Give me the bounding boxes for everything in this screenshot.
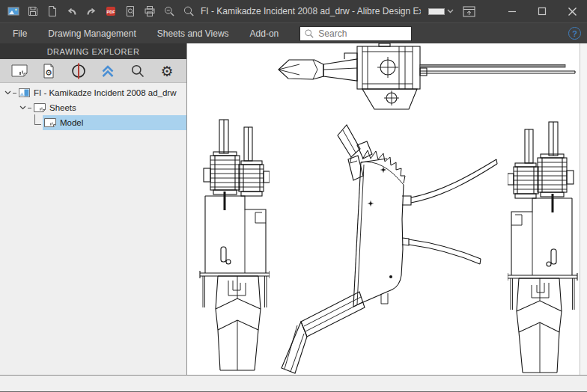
color-swatch bbox=[428, 8, 445, 15]
tree-item-model[interactable]: Model bbox=[0, 115, 186, 130]
explorer-toolbar: ⚙ ⚙ bbox=[0, 59, 186, 83]
menu-bar: File Drawing Management Sheets and Views… bbox=[0, 22, 587, 43]
minimize-button[interactable] bbox=[497, 0, 527, 22]
menu-add-on[interactable]: Add-on bbox=[240, 23, 290, 44]
svg-text:⚙: ⚙ bbox=[161, 63, 174, 79]
redo-icon[interactable] bbox=[85, 5, 97, 18]
export-pdf-icon[interactable]: PDF bbox=[104, 5, 117, 18]
tree-item-label: FI - Kamikadze Incident 2008 ad_drw bbox=[34, 88, 177, 97]
window-controls bbox=[454, 0, 587, 22]
print-preview-icon[interactable] bbox=[124, 5, 136, 18]
selected-tree-item[interactable]: Model bbox=[43, 115, 186, 130]
status-bar bbox=[0, 375, 587, 392]
search-icon bbox=[304, 28, 314, 39]
close-button[interactable] bbox=[557, 0, 587, 22]
sheet-properties-icon[interactable]: ⚙ bbox=[40, 63, 58, 79]
search-input[interactable] bbox=[299, 26, 412, 41]
new-sheet-icon[interactable] bbox=[10, 63, 28, 79]
undo-icon[interactable] bbox=[65, 5, 78, 18]
svg-text:PDF: PDF bbox=[106, 10, 115, 14]
help-icon[interactable]: ? bbox=[568, 27, 581, 40]
new-document-icon[interactable] bbox=[46, 5, 58, 18]
tree-item-label: Model bbox=[60, 118, 83, 127]
menu-drawing-management[interactable]: Drawing Management bbox=[37, 23, 146, 44]
drawing-explorer-tree: FI - Kamikadze Incident 2008 ad_drw Shee… bbox=[0, 83, 186, 130]
chevron-down-icon[interactable] bbox=[19, 105, 26, 110]
right-side-view[interactable] bbox=[508, 117, 586, 375]
chevron-down-icon[interactable] bbox=[4, 91, 11, 95]
sheet-icon bbox=[44, 118, 56, 127]
app-window: PDF FI - Kamikadze Incident 2008 ad_drw … bbox=[0, 0, 587, 392]
svg-text:⚙: ⚙ bbox=[45, 67, 52, 76]
print-icon[interactable] bbox=[143, 5, 156, 18]
drawing-canvas[interactable] bbox=[187, 43, 587, 375]
section-view-icon[interactable] bbox=[70, 63, 88, 79]
drawing-file-icon bbox=[19, 88, 30, 97]
quick-access-toolbar: PDF bbox=[0, 5, 195, 18]
color-swatch-dropdown[interactable] bbox=[428, 8, 454, 15]
tree-item-sheets[interactable]: Sheets bbox=[0, 100, 186, 115]
front-view[interactable] bbox=[273, 122, 505, 375]
tree-item-label: Sheets bbox=[49, 103, 76, 112]
save-icon[interactable] bbox=[26, 5, 39, 18]
drawing-explorer-panel: DRAWING EXPLORER ⚙ ⚙ bbox=[0, 43, 187, 375]
tree-elbow-connector bbox=[34, 114, 41, 125]
search-box bbox=[299, 26, 412, 41]
settings-gear-icon[interactable]: ⚙ bbox=[158, 63, 176, 79]
collapse-all-icon[interactable] bbox=[99, 63, 117, 79]
top-view[interactable] bbox=[270, 43, 584, 114]
search-tool-icon[interactable] bbox=[182, 5, 195, 18]
find-icon[interactable] bbox=[129, 63, 147, 79]
explorer-header: DRAWING EXPLORER bbox=[0, 43, 186, 59]
menu-sheets-and-views[interactable]: Sheets and Views bbox=[147, 23, 240, 44]
window-title: FI - Kamikadze Incident 2008 ad_drw - Al… bbox=[201, 6, 421, 16]
tree-item-root[interactable]: FI - Kamikadze Incident 2008 ad_drw bbox=[0, 85, 186, 100]
zoom-tool-icon[interactable] bbox=[162, 5, 175, 18]
left-side-view[interactable] bbox=[191, 114, 270, 375]
maximize-button[interactable] bbox=[527, 0, 557, 22]
title-bar: PDF FI - Kamikadze Incident 2008 ad_drw … bbox=[0, 0, 587, 22]
app-logo-icon[interactable] bbox=[7, 5, 19, 18]
chevron-down-icon bbox=[447, 9, 454, 13]
sheet-icon bbox=[34, 103, 46, 112]
popout-icon[interactable] bbox=[454, 0, 484, 22]
canvas-right-margin bbox=[580, 43, 587, 375]
menu-file[interactable]: File bbox=[0, 23, 37, 44]
